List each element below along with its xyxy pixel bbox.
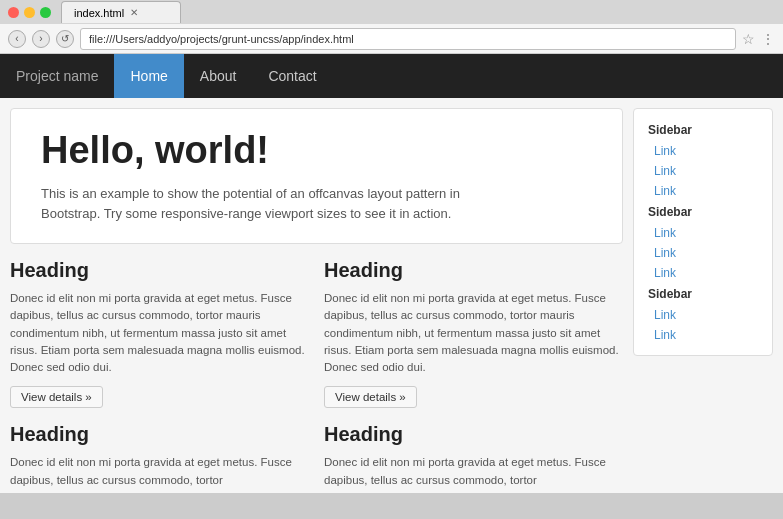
browser-chrome: index.html ✕ ‹ › ↺ file:///Users/addyo/p… [0,0,783,54]
col2-body: Donec id elit non mi porta gravida at eg… [324,290,623,376]
main-content: Hello, world! This is an example to show… [10,108,623,493]
col1-view-details-button[interactable]: View details » [10,386,103,408]
sidebar-heading-3: Sidebar [634,283,772,305]
sidebar-section-3: Sidebar Link Link [634,283,772,345]
forward-button[interactable]: › [32,30,50,48]
nav-links: Home About Contact [114,54,332,98]
sidebar-heading-1: Sidebar [634,119,772,141]
tab-title: index.html [74,7,124,19]
col2-heading: Heading [324,259,623,282]
sidebar-heading-2: Sidebar [634,201,772,223]
address-bar: ‹ › ↺ file:///Users/addyo/projects/grunt… [0,24,783,54]
sidebar-link-1-3[interactable]: Link [634,181,772,201]
back-button[interactable]: ‹ [8,30,26,48]
jumbotron: Hello, world! This is an example to show… [10,108,623,244]
col3-body: Donec id elit non mi porta gravida at eg… [10,454,309,489]
sidebar-link-2-1[interactable]: Link [634,223,772,243]
minimize-button[interactable] [24,7,35,18]
sidebar-section-2: Sidebar Link Link Link [634,201,772,283]
column-4: Heading Donec id elit non mi porta gravi… [324,423,623,493]
column-2: Heading Donec id elit non mi porta gravi… [324,259,623,408]
nav-link-home[interactable]: Home [114,54,183,98]
sidebar-link-3-1[interactable]: Link [634,305,772,325]
column-1: Heading Donec id elit non mi porta gravi… [10,259,309,408]
site-nav: Project name Home About Contact [0,54,783,98]
col1-heading: Heading [10,259,309,282]
col4-body: Donec id elit non mi porta gravida at eg… [324,454,623,489]
sidebar-link-2-2[interactable]: Link [634,243,772,263]
window-controls [8,7,51,18]
nav-link-contact[interactable]: Contact [252,54,332,98]
sidebar-link-1-2[interactable]: Link [634,161,772,181]
col4-heading: Heading [324,423,623,446]
sidebar-link-2-3[interactable]: Link [634,263,772,283]
col3-heading: Heading [10,423,309,446]
jumbotron-body: This is an example to show the potential… [41,184,481,223]
tab-close-icon[interactable]: ✕ [130,7,138,18]
sidebar-section-1: Sidebar Link Link Link [634,119,772,201]
bookmark-icon[interactable]: ☆ [742,31,755,47]
col1-body: Donec id elit non mi porta gravida at eg… [10,290,309,376]
content-columns: Heading Donec id elit non mi porta gravi… [10,259,623,493]
title-bar: index.html ✕ [0,0,783,24]
site-brand: Project name [0,68,114,84]
sidebar: Sidebar Link Link Link Sidebar Link Link… [633,108,773,356]
site-wrapper: Project name Home About Contact Hello, w… [0,54,783,493]
browser-tab[interactable]: index.html ✕ [61,1,181,23]
sidebar-link-3-2[interactable]: Link [634,325,772,345]
close-button[interactable] [8,7,19,18]
maximize-button[interactable] [40,7,51,18]
settings-icon[interactable]: ⋮ [761,31,775,47]
url-text: file:///Users/addyo/projects/grunt-uncss… [89,33,354,45]
nav-link-about[interactable]: About [184,54,253,98]
url-input[interactable]: file:///Users/addyo/projects/grunt-uncss… [80,28,736,50]
col2-view-details-button[interactable]: View details » [324,386,417,408]
sidebar-link-1-1[interactable]: Link [634,141,772,161]
column-3: Heading Donec id elit non mi porta gravi… [10,423,309,493]
reload-button[interactable]: ↺ [56,30,74,48]
jumbotron-heading: Hello, world! [41,129,592,172]
site-content: Hello, world! This is an example to show… [0,98,783,493]
